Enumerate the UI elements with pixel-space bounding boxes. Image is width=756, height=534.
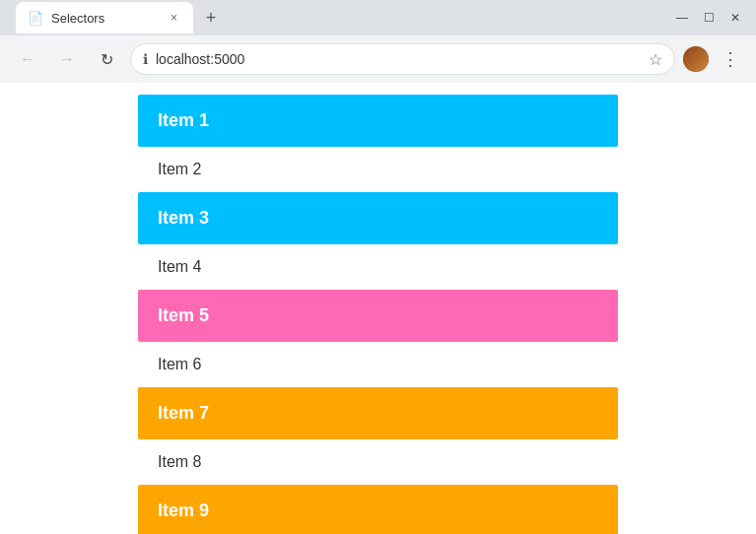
active-tab[interactable]: 📄 Selectors × <box>16 2 193 33</box>
browser-menu-button[interactable]: ⋮ <box>717 45 744 73</box>
navigation-bar: ← → ↻ ℹ localhost:5000 ☆ ⋮ <box>0 35 756 83</box>
list-item: Item 3 <box>138 192 618 244</box>
list-item: Item 5 <box>138 290 618 342</box>
tab-page-icon: 📄 <box>28 11 43 26</box>
bookmark-star-icon[interactable]: ☆ <box>649 50 662 69</box>
list-item: Item 1 <box>138 95 618 147</box>
reload-icon: ↻ <box>101 50 113 69</box>
tab-title: Selectors <box>51 11 104 26</box>
back-button[interactable]: ← <box>12 43 43 75</box>
tab-close-button[interactable]: × <box>167 9 181 27</box>
reload-button[interactable]: ↻ <box>91 43 122 75</box>
user-avatar[interactable] <box>683 46 709 72</box>
menu-dots-icon: ⋮ <box>722 48 739 70</box>
forward-arrow-icon: → <box>59 50 75 68</box>
info-icon: ℹ <box>143 51 148 67</box>
address-text: localhost:5000 <box>156 51 641 67</box>
minimize-button[interactable]: — <box>676 11 688 25</box>
address-bar[interactable]: ℹ localhost:5000 ☆ <box>130 43 675 75</box>
avatar-image <box>683 46 709 72</box>
list-item: Item 6 <box>138 342 618 387</box>
list-item: Item 8 <box>138 439 618 485</box>
list-item: Item 7 <box>138 387 618 439</box>
list-item: Item 2 <box>138 147 618 192</box>
list-item: Item 4 <box>138 244 618 290</box>
list-item: Item 9 <box>138 485 618 534</box>
close-window-button[interactable]: ✕ <box>730 11 740 25</box>
new-tab-button[interactable]: + <box>197 4 225 32</box>
browser-title-bar: 📄 Selectors × + — ☐ ✕ <box>0 0 756 35</box>
back-arrow-icon: ← <box>20 50 35 68</box>
maximize-button[interactable]: ☐ <box>704 11 715 25</box>
forward-button[interactable]: → <box>51 43 83 75</box>
page-content: Item 1Item 2Item 3Item 4Item 5Item 6Item… <box>0 83 756 534</box>
